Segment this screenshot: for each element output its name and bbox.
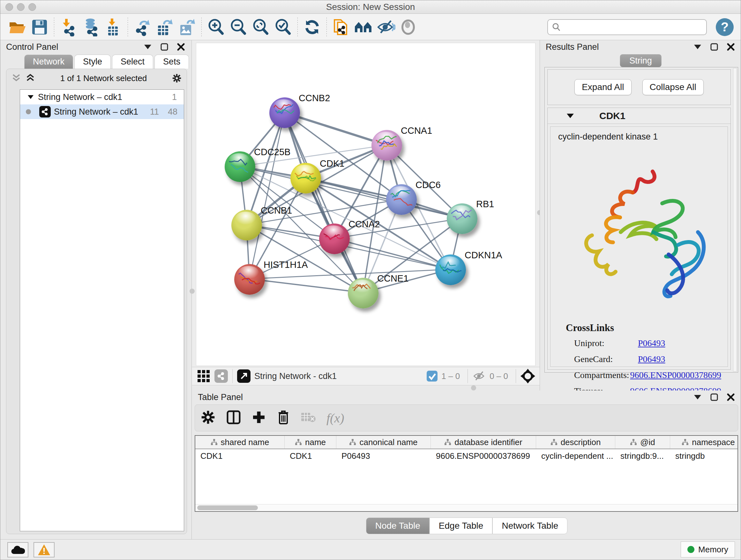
gene-collapse-icon[interactable] [567, 114, 574, 118]
network-edge[interactable] [250, 113, 285, 279]
panel-float-icon[interactable] [710, 42, 719, 52]
left-splitter-handle[interactable] [190, 289, 195, 294]
collapse-all-button[interactable]: Collapse All [643, 79, 704, 95]
network-node-HIST1H1A[interactable] [234, 264, 265, 295]
memory-button[interactable]: Memory [681, 542, 735, 557]
network-node-CDC6[interactable] [386, 184, 417, 215]
tab-network-table[interactable]: Network Table [492, 517, 567, 534]
panel-menu-icon[interactable] [693, 392, 702, 402]
expand-all-button[interactable]: Expand All [575, 79, 631, 95]
string-view-icon[interactable] [214, 369, 228, 383]
crosslink-link[interactable]: P06493 [638, 354, 665, 364]
zoom-fit-button[interactable] [250, 16, 272, 38]
show-columns-icon[interactable] [226, 410, 241, 426]
table-cell[interactable]: cyclin-dependent ... [536, 449, 615, 462]
grid-view-icon[interactable] [197, 369, 211, 383]
column-header-name[interactable]: name [285, 436, 336, 449]
results-scrollbar[interactable] [733, 68, 737, 372]
panel-float-icon[interactable] [159, 42, 169, 52]
network-node-CDC25B[interactable] [225, 151, 255, 182]
tab-edge-table[interactable]: Edge Table [429, 517, 493, 534]
save-session-button[interactable] [28, 16, 51, 38]
open-session-button[interactable] [6, 16, 28, 38]
hidden-eye-icon[interactable] [472, 370, 486, 382]
zoom-out-button[interactable] [227, 16, 250, 38]
network-row[interactable]: String Network – cdk1 11 48 [20, 105, 184, 119]
table-cell[interactable]: 9606.ENSP00000378699 [431, 449, 536, 462]
detach-view-icon[interactable] [237, 369, 251, 383]
scrollbar-thumb[interactable] [197, 505, 258, 510]
network-edge[interactable] [334, 239, 450, 269]
table-row[interactable]: CDK1CDK1P064939606.ENSP00000378699cyclin… [195, 449, 738, 462]
tab-network[interactable]: Network [24, 55, 73, 69]
hide-panels-button[interactable] [375, 16, 397, 38]
add-column-icon[interactable] [252, 410, 266, 426]
selected-checkbox-icon[interactable] [426, 370, 438, 382]
collapse-all-networks-icon[interactable] [11, 73, 21, 83]
network-node-CDKN1A[interactable] [435, 254, 466, 285]
export-network-button[interactable] [131, 16, 153, 38]
column-header-database-identifier[interactable]: database identifier [431, 436, 536, 449]
network-node-CDK1[interactable] [290, 163, 321, 193]
search-input[interactable] [561, 22, 695, 32]
panel-close-icon[interactable] [726, 42, 736, 52]
cloud-button[interactable] [7, 542, 28, 557]
panel-close-icon[interactable] [726, 392, 736, 402]
network-options-gear-icon[interactable] [172, 73, 182, 83]
clone-network-button[interactable] [330, 16, 352, 38]
panel-menu-icon[interactable] [693, 42, 702, 52]
delete-column-icon[interactable] [277, 410, 290, 426]
table-cell[interactable]: CDK1 [195, 449, 285, 462]
show-panels-button[interactable] [397, 16, 419, 38]
network-node-CCNA2[interactable] [319, 224, 350, 254]
warning-button[interactable] [33, 542, 55, 557]
tab-node-table[interactable]: Node Table [366, 517, 429, 534]
help-button[interactable]: ? [716, 18, 734, 36]
toolbar-search-box[interactable] [547, 19, 707, 35]
import-network-file-button[interactable] [57, 16, 80, 38]
zoom-selected-button[interactable] [272, 16, 294, 38]
table-horizontal-scrollbar[interactable] [195, 504, 738, 511]
horizontal-splitter[interactable] [192, 385, 540, 390]
birdseye-crosshair-icon[interactable] [521, 369, 535, 383]
network-edge[interactable] [250, 279, 363, 293]
network-node-CCNA1[interactable] [372, 130, 402, 161]
tab-string[interactable]: String [620, 54, 662, 67]
table-options-gear-icon[interactable] [201, 410, 215, 426]
network-collection-row[interactable]: String Network – cdk1 1 [20, 90, 184, 105]
table-cell[interactable]: stringdb [670, 449, 738, 462]
network-overview-button[interactable] [352, 16, 375, 38]
network-node-CCNE1[interactable] [348, 278, 379, 308]
import-network-database-button[interactable] [80, 16, 102, 38]
tab-sets[interactable]: Sets [154, 55, 189, 69]
zoom-in-button[interactable] [205, 16, 227, 38]
table-cell[interactable]: stringdb:9... [615, 449, 670, 462]
crosslink-link[interactable]: P06493 [638, 338, 665, 348]
network-node-RB1[interactable] [447, 203, 477, 234]
crosslink-link[interactable]: 9606.ENSP00000378699 [630, 370, 721, 380]
export-table-button[interactable] [153, 16, 176, 38]
column-header-shared-name[interactable]: shared name [195, 436, 285, 449]
table-cell[interactable]: CDK1 [285, 449, 336, 462]
table-cell[interactable]: P06493 [336, 449, 431, 462]
network-node-CCNB2[interactable] [269, 98, 300, 128]
network-node-CCNB1[interactable] [231, 210, 262, 240]
splitter-handle[interactable] [471, 385, 476, 390]
gene-section-header[interactable]: CDK1 [548, 108, 731, 124]
network-edge[interactable] [284, 113, 386, 145]
panel-close-icon[interactable] [176, 42, 186, 52]
import-table-file-button[interactable] [102, 16, 125, 38]
refresh-button[interactable] [301, 16, 323, 38]
panel-float-icon[interactable] [710, 392, 719, 402]
export-image-button[interactable] [176, 16, 198, 38]
column-header-canonical-name[interactable]: canonical name [336, 436, 431, 449]
tab-select[interactable]: Select [112, 55, 153, 69]
tab-style[interactable]: Style [74, 55, 111, 69]
network-canvas[interactable]: CCNB2CCNA1CDC25BCDK1CDC6RB1CCNB1CCNA2CDK… [196, 43, 536, 366]
column-header-namespace[interactable]: namespace [670, 436, 738, 449]
tree-expand-icon[interactable] [28, 95, 33, 99]
column-header--id[interactable]: @id [615, 436, 670, 449]
expand-all-networks-icon[interactable] [25, 73, 35, 83]
column-header-description[interactable]: description [536, 436, 615, 449]
panel-menu-icon[interactable] [143, 42, 152, 52]
